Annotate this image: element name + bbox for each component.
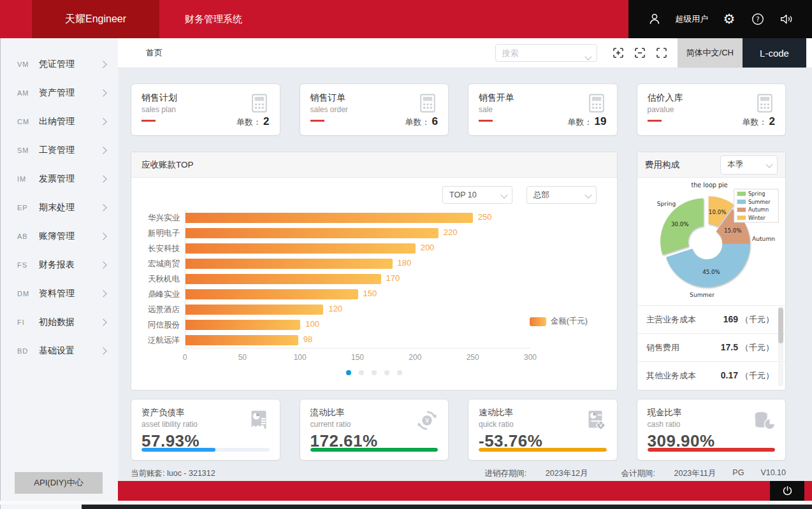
scrollbar-track: [778, 306, 783, 387]
search-input[interactable]: [495, 44, 597, 62]
chevron-right-icon: [99, 319, 106, 326]
bar[interactable]: [185, 320, 300, 330]
app: { "header": { "logo": "天耀Engineer", "app…: [0, 0, 812, 509]
expense-unit: （千元）: [741, 315, 774, 324]
expense-label: 其他业务成本: [646, 370, 696, 382]
sidebar-item-am[interactable]: AM 资产管理: [1, 78, 119, 107]
api-diy-button[interactable]: API(DIY)中心: [15, 472, 103, 494]
logo[interactable]: 天耀Engineer: [32, 0, 159, 38]
page: 天耀Engineer 财务管理系统 超级用户 ⚙ ?: [0, 0, 812, 509]
accounting-period-label: 会计期间:: [621, 469, 655, 478]
help-icon[interactable]: ?: [750, 11, 765, 27]
coins-icon: [751, 407, 778, 436]
stat-count-label: 单数：: [743, 117, 767, 127]
stat-count: 单数：19: [568, 115, 607, 128]
tab-home[interactable]: 首页: [146, 47, 163, 59]
user-name[interactable]: 超级用户: [675, 13, 708, 25]
bar[interactable]: [185, 305, 323, 315]
chevron-right-icon: [99, 147, 106, 154]
bar[interactable]: [185, 335, 298, 345]
receivables-panel: 应收账款TOP TOP 10 总部 华兴实业 250 新: [131, 152, 618, 391]
account-value: luoc - 321312: [167, 469, 215, 478]
expense-unit: （千元）: [741, 343, 774, 352]
stat-count-label: 单数：: [568, 117, 593, 127]
receivables-title: 应收账款TOP: [141, 159, 194, 171]
sidebar-menu: VM 凭证管理 AM 资产管理 CM 出纳管理 SM 工资管理 IM 发票管理 …: [1, 38, 119, 365]
pagination-dot[interactable]: [384, 370, 389, 375]
speaker-icon[interactable]: [778, 11, 794, 27]
expense-value: 0.17（千元）: [721, 370, 774, 382]
stat-card: 销售订单 sales order 单数：6: [300, 83, 449, 136]
pagination-dots: [131, 370, 617, 375]
bar[interactable]: [185, 213, 473, 223]
bar-track: 200: [185, 241, 530, 256]
bar[interactable]: [185, 243, 416, 254]
sidebar-item-sm[interactable]: SM 工资管理: [1, 136, 119, 164]
sidebar-item-cm[interactable]: CM 出纳管理: [1, 107, 119, 136]
fullscreen-icon[interactable]: [655, 46, 669, 60]
language-button[interactable]: 简体中文/CH: [678, 38, 743, 68]
bar[interactable]: [185, 259, 393, 269]
sidebar-item-bd[interactable]: BD 基础设置: [1, 336, 119, 365]
sidebar-item-fi[interactable]: FI 初始数据: [1, 308, 119, 336]
pagination-dot[interactable]: [346, 370, 351, 375]
stat-count: 单数：6: [405, 115, 438, 128]
sidebar-item-fs[interactable]: FS 财务报表: [1, 250, 119, 279]
sidebar-item-label: 工资管理: [39, 145, 101, 156]
sidebar-item-ep[interactable]: EP 期末处理: [1, 193, 119, 222]
sidebar: VM 凭证管理 AM 资产管理 CM 出纳管理 SM 工资管理 IM 发票管理 …: [0, 38, 119, 509]
stat-card: 销售计划 sales plan 单数：2: [131, 83, 280, 136]
bar-chart: 华兴实业 250 新明电子 220 长安科技 200 宏城商贸 180 天秋机电…: [140, 210, 602, 365]
user-icon[interactable]: [647, 11, 662, 27]
branch-select-value: 总部: [533, 190, 549, 201]
sidebar-item-code: AM: [17, 89, 35, 97]
pagination-dot[interactable]: [359, 370, 364, 375]
x-axis-tick: 300: [524, 353, 537, 362]
expense-panel: 费用构成 本季 the loop pie: [637, 152, 786, 391]
x-axis-tick: 0: [183, 353, 187, 362]
lcode-button[interactable]: L-code: [743, 38, 806, 68]
sidebar-item-vm[interactable]: VM 凭证管理: [1, 50, 119, 78]
pie-pct-winter: 10.0%: [709, 209, 727, 215]
chevron-down-icon: [765, 161, 772, 168]
sidebar-item-label: 期末处理: [39, 202, 101, 213]
bar[interactable]: [185, 289, 358, 299]
bar[interactable]: [185, 274, 381, 284]
bar-category-label: 鼎峰实业: [140, 289, 180, 300]
sidebar-item-dm[interactable]: DM 资料管理: [1, 279, 119, 308]
stat-count-label: 单数：: [236, 117, 261, 127]
sidebar-item-label: 凭证管理: [39, 59, 101, 70]
pagination-dot[interactable]: [397, 370, 402, 375]
sidebar-item-ab[interactable]: AB 账簿管理: [1, 222, 119, 250]
ratio-card: 资产负债率 asset libility ratio 57.93%: [131, 399, 280, 461]
calculator-icon: [585, 92, 608, 117]
pie-legend-label: Spring: [748, 190, 765, 197]
chevron-down-icon: [586, 50, 591, 62]
power-button[interactable]: [770, 481, 804, 501]
scrollbar-thumb[interactable]: [778, 308, 783, 343]
ratio-progress-track: [310, 448, 439, 452]
period-select-value: 本季: [727, 159, 743, 170]
bar-category-label: 宏城商贸: [140, 259, 180, 269]
branch-select[interactable]: 总部: [526, 186, 597, 204]
zoom-in-icon[interactable]: [611, 46, 625, 60]
bar[interactable]: [185, 228, 439, 238]
bar-row: 华兴实业 250: [140, 210, 602, 226]
ratio-card: 现金比率 cash ratio 309.90%: [637, 399, 787, 461]
bar-track: 100: [185, 317, 530, 333]
receivables-panel-header: 应收账款TOP: [131, 152, 617, 178]
pagination-dot[interactable]: [372, 370, 377, 375]
bar-category-label: 远景酒店: [140, 305, 180, 315]
pie-slice-summer[interactable]: [666, 244, 750, 287]
sidebar-item-im[interactable]: IM 发票管理: [1, 164, 119, 193]
period-select[interactable]: 本季: [720, 155, 778, 175]
bar-track: 170: [185, 271, 530, 287]
gear-icon[interactable]: ⚙: [721, 11, 737, 27]
bar-row: 新明电子 220: [140, 226, 602, 241]
zoom-out-icon[interactable]: [633, 46, 647, 60]
top-n-select[interactable]: TOP 10: [442, 186, 512, 204]
expense-amount: 169: [723, 314, 738, 324]
pie-legend: Spring Summer Autumn Winter: [734, 189, 778, 222]
pie-legend-label: Winter: [748, 215, 766, 221]
pie-chart: the loop pie 30.0% 45.0% 15.0% 10.0% Spr…: [637, 178, 785, 305]
